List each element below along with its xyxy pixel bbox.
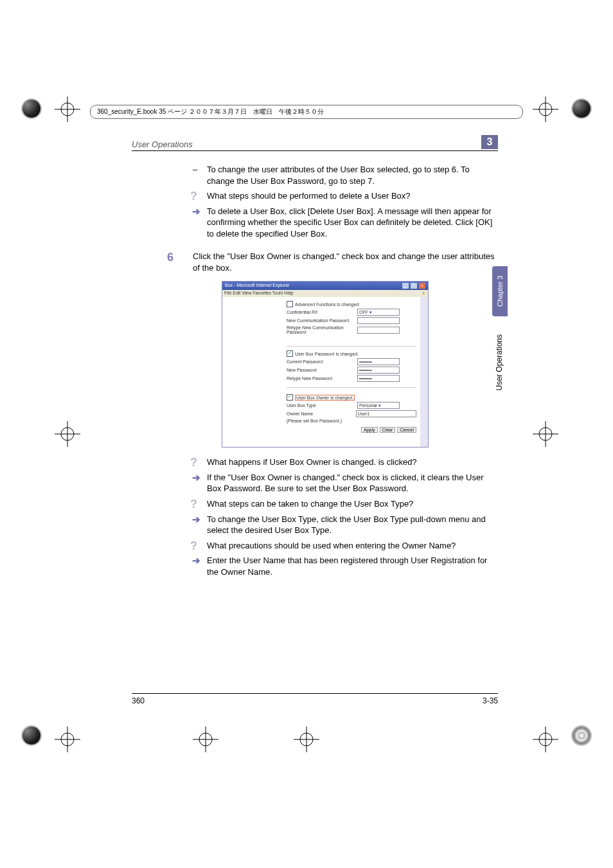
field-label: New Communication Password bbox=[287, 318, 357, 323]
question-block: ? What happens if User Box Owner is chan… bbox=[193, 457, 498, 468]
registration-dot bbox=[22, 727, 40, 745]
field-label: Retype New Communication Password bbox=[287, 325, 357, 334]
chapter-number-box: 3 bbox=[481, 135, 498, 149]
answer-block: ➔ To delete a User Box, click [Delete Us… bbox=[193, 206, 498, 240]
crop-mark bbox=[55, 96, 80, 122]
ie-logo-icon: ✦ bbox=[422, 291, 426, 296]
minimize-icon[interactable]: _ bbox=[402, 283, 409, 289]
browser-menu[interactable]: File Edit View Favorites Tools Help bbox=[224, 291, 294, 296]
question-icon: ? bbox=[190, 498, 197, 510]
running-title: User Operations bbox=[132, 140, 193, 149]
window-title: Box - Microsoft Internet Explorer bbox=[225, 283, 289, 289]
current-password-input[interactable]: •••••••• bbox=[357, 358, 400, 365]
apply-button[interactable]: Apply bbox=[361, 427, 378, 433]
answer-text: To delete a User Box, click [Delete User… bbox=[207, 206, 492, 239]
question-icon: ? bbox=[190, 540, 197, 552]
field-label: Current Password bbox=[287, 359, 357, 364]
question-text: What precautions should be used when ent… bbox=[207, 541, 456, 550]
footer-right: 3-35 bbox=[483, 696, 498, 705]
check-label: Advanced Functions is changed. bbox=[295, 302, 360, 307]
registration-dot bbox=[573, 100, 591, 118]
crop-mark bbox=[533, 96, 558, 122]
new-comm-password-input[interactable] bbox=[357, 317, 400, 324]
answer-block: ➔ If the "User Box Owner is changed." ch… bbox=[193, 472, 498, 494]
crop-mark bbox=[55, 421, 80, 447]
owner-name-input[interactable]: User1 bbox=[356, 410, 416, 417]
arrow-icon: ➔ bbox=[192, 206, 200, 216]
question-icon: ? bbox=[190, 190, 197, 202]
new-password-input[interactable]: •••••••• bbox=[357, 366, 400, 374]
crop-mark bbox=[294, 727, 319, 752]
checkbox-password-changed[interactable]: ✓ bbox=[287, 350, 293, 357]
step-text: Click the "User Box Owner is changed." c… bbox=[193, 251, 495, 273]
user-box-type-select[interactable]: Personal bbox=[357, 402, 400, 409]
window-controls[interactable]: _ □ × bbox=[402, 283, 425, 289]
check-label: User Box Owner is changed. bbox=[295, 395, 355, 401]
footer-left: 360 bbox=[132, 696, 145, 705]
crop-mark bbox=[533, 421, 558, 447]
crop-mark bbox=[533, 727, 558, 752]
checkbox-owner-changed[interactable]: ✓ bbox=[287, 394, 293, 401]
arrow-icon: ➔ bbox=[192, 514, 200, 524]
chapter-tab: Chapter 3 bbox=[492, 266, 508, 316]
checkbox-advanced[interactable] bbox=[287, 301, 293, 307]
cancel-button[interactable]: Cancel bbox=[397, 427, 416, 433]
arrow-icon: ➔ bbox=[192, 556, 200, 565]
close-icon[interactable]: × bbox=[419, 283, 425, 289]
retype-password-input[interactable]: •••••••• bbox=[357, 375, 400, 382]
question-text: What steps can be taken to change the Us… bbox=[207, 499, 413, 509]
maximize-icon[interactable]: □ bbox=[411, 283, 417, 289]
check-label: User Box Password is changed. bbox=[295, 352, 359, 356]
arrow-icon: ➔ bbox=[192, 473, 200, 482]
side-label: User Operations bbox=[495, 334, 504, 390]
question-icon: ? bbox=[190, 457, 197, 468]
field-label: Confidential RX bbox=[287, 310, 357, 314]
note-dash: To change the user attributes of the Use… bbox=[193, 164, 498, 186]
retype-comm-password-input[interactable] bbox=[357, 327, 400, 334]
answer-text: To change the User Box Type, click the U… bbox=[207, 514, 486, 536]
crop-mark bbox=[55, 727, 80, 752]
question-block: ? What steps can be taken to change the … bbox=[193, 498, 498, 510]
book-header: 360_security_E.book 35 ページ ２００７年３月７日 水曜日… bbox=[90, 105, 523, 119]
registration-dot bbox=[573, 727, 591, 745]
crop-mark bbox=[193, 727, 218, 752]
answer-block: ➔ Enter the User Name that has been regi… bbox=[193, 555, 498, 577]
answer-text: Enter the User Name that has been regist… bbox=[207, 556, 487, 577]
confidential-rx-select[interactable]: OFF bbox=[357, 309, 400, 316]
answer-block: ➔ To change the User Box Type, click the… bbox=[193, 514, 498, 536]
field-label: Owner Name bbox=[287, 411, 356, 416]
clear-button[interactable]: Clear bbox=[380, 427, 396, 433]
step-number: 6 bbox=[167, 249, 173, 265]
embedded-screenshot: Box - Microsoft Internet Explorer _ □ × … bbox=[222, 281, 429, 448]
field-label: (Please set Box Password.) bbox=[287, 419, 357, 423]
question-block: ? What precautions should be used when e… bbox=[193, 540, 498, 552]
answer-text: If the "User Box Owner is changed." chec… bbox=[207, 473, 483, 494]
field-label: Retype New Password bbox=[287, 376, 357, 381]
question-text: What steps should be performed to delete… bbox=[207, 191, 411, 201]
question-text: What happens if User Box Owner is change… bbox=[207, 457, 417, 467]
registration-dot bbox=[22, 100, 40, 118]
question-block: ? What steps should be performed to dele… bbox=[193, 190, 498, 202]
field-label: New Password bbox=[287, 368, 357, 372]
field-label: User Box Type bbox=[287, 403, 357, 408]
